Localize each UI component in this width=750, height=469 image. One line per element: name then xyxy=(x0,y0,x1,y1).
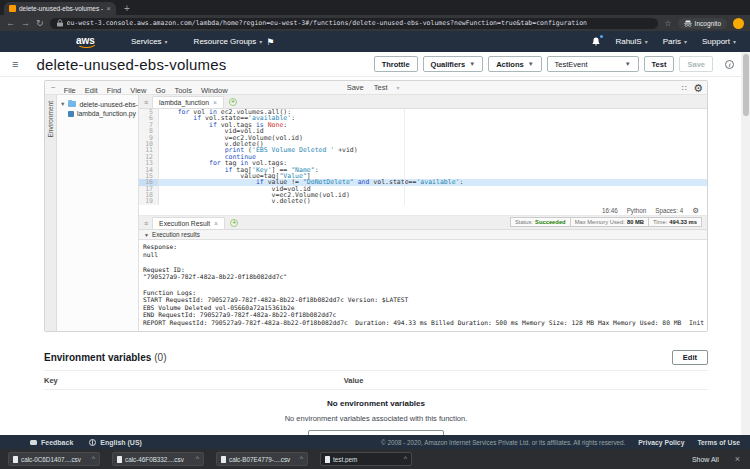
language-selector[interactable]: English (US) xyxy=(89,439,142,446)
editor-settings-gear-icon[interactable]: ⚙ xyxy=(693,82,703,95)
tab-list-icon[interactable]: ≡ xyxy=(144,99,148,106)
scrollbar-thumb[interactable] xyxy=(743,54,749,116)
test-event-select[interactable]: TestEvent▼ xyxy=(547,56,639,72)
log-line xyxy=(143,258,707,266)
menu-window[interactable]: Window xyxy=(201,86,228,95)
nav-item-rahuls[interactable]: RahulS▾ xyxy=(615,37,647,46)
chevron-up-icon[interactable]: ^ xyxy=(92,457,95,461)
indent-setting[interactable]: Spaces: 4 xyxy=(655,207,683,214)
feedback-link[interactable]: Feedback xyxy=(30,439,73,446)
nav-item-resource-groups[interactable]: Resource Groups▾ xyxy=(194,37,263,46)
tree-expand-icon[interactable]: ▼ xyxy=(60,101,65,107)
chevron-up-icon[interactable]: ^ xyxy=(196,457,199,461)
header-actions: Throttle Qualifiers▼ Actions▼ TestEvent▼… xyxy=(374,56,713,72)
download-file-name: calc-B07E4779-....csv xyxy=(229,456,297,463)
execution-log[interactable]: Response:null Request ID:"790527a9-782f-… xyxy=(139,240,707,331)
terms-of-use-link[interactable]: Terms of Use xyxy=(697,439,740,446)
chevron-up-icon[interactable]: ^ xyxy=(404,457,407,461)
show-all-downloads-button[interactable]: Show All xyxy=(692,456,719,463)
forward-icon[interactable]: → xyxy=(21,19,30,28)
nav-item-paris[interactable]: Paris▾ xyxy=(663,37,687,46)
notifications-bell-icon[interactable] xyxy=(592,37,600,46)
download-item[interactable]: calc-0C6D1407....csv^ xyxy=(8,452,100,466)
file-icon xyxy=(221,456,226,463)
menu-view[interactable]: View xyxy=(130,86,146,95)
environment-sidebar[interactable]: Environment xyxy=(45,95,57,331)
code-line-19[interactable]: 19 v.delete() xyxy=(139,198,707,204)
language-mode[interactable]: Python xyxy=(627,207,647,214)
qualifiers-button[interactable]: Qualifiers▼ xyxy=(423,56,484,72)
url-bar[interactable]: eu-west-3.console.aws.amazon.com/lambda/… xyxy=(50,18,659,29)
throttle-button[interactable]: Throttle xyxy=(374,56,418,72)
pin-flag-icon[interactable]: ⚑ xyxy=(266,37,274,47)
fullscreen-icon[interactable]: ∷ xyxy=(682,84,687,93)
menu-edit[interactable]: Edit xyxy=(85,86,98,95)
code-tab[interactable]: lambda_function × xyxy=(152,96,224,108)
aws-nav-right: RahulS▾Paris▾Support▾ xyxy=(592,37,750,46)
new-tab-button[interactable]: + xyxy=(124,2,130,15)
code-tab-bar: ≡ lambda_function × + xyxy=(139,95,707,109)
tab-close-icon[interactable]: × xyxy=(106,5,111,13)
reload-icon[interactable]: ↻ xyxy=(36,19,44,28)
add-tab-icon[interactable]: + xyxy=(229,98,237,106)
profile-avatar[interactable] xyxy=(733,18,744,29)
code-area[interactable]: 5 for vol in ec2.volumes.all():6 if vol.… xyxy=(139,109,707,205)
chevron-up-icon[interactable]: ^ xyxy=(300,457,303,461)
python-file-icon xyxy=(68,111,74,117)
edit-button[interactable]: Edit xyxy=(672,350,708,365)
aws-footer: Feedback English (US) © 2008 - 2020, Ama… xyxy=(0,435,750,449)
editor-status-bar: 16:46 Python Spaces: 4 ⚙ xyxy=(139,205,707,216)
log-line xyxy=(143,281,707,289)
download-item[interactable]: calc-46F0B332....csv^ xyxy=(112,452,204,466)
download-item[interactable]: test.pem^ xyxy=(320,452,412,466)
tree-file-row[interactable]: lambda_function.py xyxy=(57,109,138,118)
tab-list-icon[interactable]: ≡ xyxy=(144,220,148,227)
actions-button[interactable]: Actions▼ xyxy=(488,56,541,72)
test-button[interactable]: Test xyxy=(644,56,675,72)
nav-item-services[interactable]: Services▾ xyxy=(131,37,168,46)
editor-save-menu[interactable]: Save xyxy=(347,83,364,92)
bookmark-star-icon[interactable]: ☆ xyxy=(664,19,671,28)
chevron-down-icon[interactable]: ▾ xyxy=(397,84,400,91)
add-tab-icon[interactable]: + xyxy=(230,219,238,227)
page-scrollbar[interactable] xyxy=(741,52,750,435)
time-badge: Time:494.33 ms xyxy=(649,217,702,227)
info-icon[interactable]: i xyxy=(725,60,734,69)
execution-status-group: Status:Succeeded Max Memory Used:80 MB T… xyxy=(510,217,702,227)
menu-find[interactable]: Find xyxy=(107,86,122,95)
tab-close-icon[interactable]: × xyxy=(214,220,218,227)
editor-test-menu[interactable]: Test xyxy=(374,83,388,92)
download-item[interactable]: calc-B07E4779-....csv^ xyxy=(216,452,308,466)
notification-dot xyxy=(600,35,603,38)
chevron-down-icon: ▼ xyxy=(625,61,631,67)
back-icon[interactable]: ← xyxy=(6,19,15,28)
browser-address-bar: ← → ↻ eu-west-3.console.aws.amazon.com/l… xyxy=(0,15,750,31)
nav-item-label: Resource Groups xyxy=(194,37,257,46)
tree-folder-row[interactable]: ▼ delete-unused-ebs- ⚙ ▾ xyxy=(57,99,138,109)
tab-close-icon[interactable]: × xyxy=(213,99,217,106)
section-count: (0) xyxy=(154,352,166,363)
log-line: EBS Volume Deleted vol-05660a72a15361b2e xyxy=(143,304,707,312)
environment-variables-section: Environment variables (0) Edit Key Value… xyxy=(44,350,708,447)
menu-go[interactable]: Go xyxy=(155,86,165,95)
downloads-shelf: calc-0C6D1407....csv^calc-46F0B332....cs… xyxy=(0,449,750,469)
hamburger-menu-icon[interactable]: ≡ xyxy=(12,58,18,70)
statusbar-gear-icon[interactable]: ⚙ xyxy=(692,206,699,215)
chevron-down-icon: ▾ xyxy=(259,38,262,45)
privacy-policy-link[interactable]: Privacy Policy xyxy=(638,439,684,446)
close-shelf-icon[interactable]: × xyxy=(735,454,740,464)
execution-results-header[interactable]: ▼ Execution results xyxy=(139,230,707,240)
menu-tools[interactable]: Tools xyxy=(174,86,192,95)
footer-right: © 2008 - 2020, Amazon Internet Services … xyxy=(381,439,750,446)
execution-result-tab[interactable]: Execution Result × xyxy=(152,217,225,229)
empty-state-title: No environment variables xyxy=(44,399,708,408)
aws-logo[interactable]: aws xyxy=(76,35,95,48)
nav-item-label: Paris xyxy=(663,37,681,46)
menu-file[interactable]: File xyxy=(64,86,76,95)
url-text: eu-west-3.console.aws.amazon.com/lambda/… xyxy=(67,19,587,27)
browser-tab[interactable]: delete-unused-ebs-volumes - L × xyxy=(4,2,116,15)
nav-item-support[interactable]: Support▾ xyxy=(702,37,736,46)
save-button[interactable]: Save xyxy=(679,56,713,72)
cursor-position[interactable]: 16:46 xyxy=(602,207,618,214)
collapse-icon[interactable]: − xyxy=(51,83,56,92)
